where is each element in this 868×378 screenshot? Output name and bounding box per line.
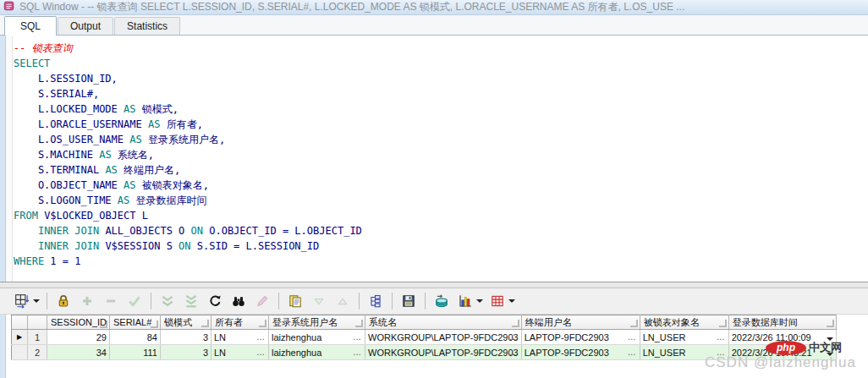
find-button[interactable]	[228, 291, 250, 311]
tab-bar: SQLOutputStatistics	[0, 15, 868, 36]
column-header-label: SERIAL#	[113, 317, 151, 327]
grid-cell[interactable]: …LN	[212, 330, 269, 345]
grid-cell[interactable]: 84	[110, 330, 161, 345]
grid-options-dropdown-icon[interactable]	[33, 299, 40, 303]
column-header[interactable]: 系统名	[365, 315, 522, 330]
toolbar-divider	[392, 293, 393, 310]
grid-cell-value: LN	[214, 332, 226, 342]
column-header[interactable]: SESSION_ID	[47, 315, 110, 330]
grid-cell[interactable]: …LN_USER	[640, 330, 728, 345]
move-down-icon	[311, 293, 327, 309]
code-line: S.SERIAL#,	[14, 86, 362, 101]
chart-dropdown-icon[interactable]	[476, 299, 483, 303]
chart-button[interactable]	[454, 291, 476, 311]
column-header[interactable]: SERIAL#	[110, 315, 161, 330]
column-header[interactable]: 被锁表对象名	[640, 315, 728, 330]
results-grid[interactable]: SESSION_IDSERIAL#锁模式所有者登录系统用户名系统名终端用户名被锁…	[11, 315, 837, 360]
lock-button[interactable]	[52, 291, 74, 311]
title-bar[interactable]: SQL Window - -- 锁表查询 SELECT L.SESSION_ID…	[0, 0, 868, 15]
browse-cell-button[interactable]: …	[628, 348, 637, 357]
grid-cell[interactable]: …LAPTOP-9FDC2903	[521, 330, 640, 345]
browse-cell-button[interactable]: …	[256, 332, 266, 342]
php-watermark: php 中文网	[766, 340, 842, 355]
browse-cell-button[interactable]: …	[353, 332, 362, 342]
column-header-label: 系统名	[369, 317, 397, 327]
export-grid-button[interactable]	[486, 291, 508, 311]
grid-cell-value: LN_USER	[643, 332, 686, 342]
sort-widget-icon[interactable]	[201, 320, 209, 327]
sort-widget-icon[interactable]	[259, 320, 266, 327]
toolbar-divider	[278, 293, 279, 310]
grid-cell-value: LAPTOP-9FDC2903	[525, 332, 609, 342]
fetch-all-icon	[184, 293, 199, 309]
grid-cell[interactable]: 34	[47, 345, 110, 360]
sort-widget-icon[interactable]	[719, 320, 727, 327]
refresh-button[interactable]	[204, 291, 226, 311]
grid-cell[interactable]: …laizhenghua	[269, 330, 365, 345]
fetch-next-icon	[160, 293, 175, 309]
browse-cell-button[interactable]: …	[628, 332, 637, 342]
grid-cell[interactable]: 29	[47, 330, 110, 345]
column-header[interactable]: 所有者	[212, 315, 269, 330]
code-line: L.OS_USER_NAME AS 登录系统用户名,	[14, 132, 362, 147]
copy-export-icon	[288, 293, 303, 309]
sql-editor[interactable]: -- 锁表查询SELECT L.SESSION_ID, S.SERIAL#, L…	[6, 36, 868, 282]
sort-widget-icon[interactable]	[151, 320, 158, 328]
tab-output[interactable]: Output	[58, 17, 113, 35]
move-up-button	[332, 291, 354, 311]
chart-icon	[458, 293, 473, 309]
record-view-button[interactable]	[365, 291, 387, 311]
code-line: L.LOCKED_MODE AS 锁模式,	[14, 101, 362, 117]
column-header[interactable]: 锁模式	[161, 315, 212, 330]
grid-cell[interactable]: …WORKGROUP\LAPTOP-9FDC2903	[365, 330, 522, 345]
results-toolbar	[0, 288, 868, 315]
column-header[interactable]: 终端用户名	[521, 315, 640, 330]
column-header[interactable]: 登录数据库时间	[728, 315, 836, 330]
browse-cell-button[interactable]: …	[256, 348, 266, 357]
column-header-label: 被锁表对象名	[644, 317, 700, 327]
grid-cell[interactable]: 111	[110, 345, 161, 360]
tab-sql[interactable]: SQL	[4, 16, 57, 36]
sort-widget-icon[interactable]	[355, 320, 363, 327]
remove-row-button	[100, 291, 122, 311]
grid-cell[interactable]: …WORKGROUP\LAPTOP-9FDC2903	[365, 345, 522, 360]
browse-cell-button[interactable]: …	[353, 348, 362, 357]
code-line: L.SESSION_ID,	[14, 71, 362, 86]
save-button[interactable]	[398, 291, 420, 311]
move-down-button	[308, 291, 330, 311]
grid-cell[interactable]: 3	[161, 330, 212, 345]
copy-export-button[interactable]	[284, 291, 306, 311]
grid-cell[interactable]: …LAPTOP-9FDC2903	[521, 345, 640, 360]
grid-cell[interactable]: 3	[161, 345, 212, 360]
sort-widget-icon[interactable]	[827, 320, 834, 327]
grid-cell-value: WORKGROUP\LAPTOP-9FDC2903	[368, 332, 519, 342]
sort-widget-icon[interactable]	[630, 320, 638, 327]
sort-widget-icon[interactable]	[512, 320, 519, 327]
code-line: S.TERMINAL AS 终端用户名,	[14, 162, 362, 178]
export-grid-dropdown-icon[interactable]	[508, 299, 515, 303]
grid-cell-value: 34	[96, 348, 107, 358]
browse-cell-button[interactable]: …	[717, 332, 726, 342]
column-header[interactable]: 登录系统用户名	[269, 315, 365, 330]
row-number-header	[28, 315, 47, 330]
grid-cell-value: 3	[203, 348, 208, 358]
tab-statistics[interactable]: Statistics	[114, 17, 180, 35]
toolbar-divider	[151, 293, 151, 310]
window-left-border	[0, 36, 6, 378]
grid-cell[interactable]: …laizhenghua	[269, 345, 365, 360]
lock-icon	[56, 293, 71, 309]
export-data-button[interactable]	[431, 291, 453, 311]
code-line: WHERE 1 = 1	[14, 254, 362, 269]
table-row[interactable]: ▶129843…LN…laizhenghua…WORKGROUP\LAPTOP-…	[12, 330, 837, 345]
window-title: SQL Window - -- 锁表查询 SELECT L.SESSION_ID…	[19, 0, 684, 14]
editor-gutter	[6, 36, 13, 282]
add-row-button	[76, 291, 98, 311]
code-line: -- 锁表查询	[14, 41, 362, 56]
record-view-icon	[368, 293, 383, 309]
column-header-label: 所有者	[215, 317, 243, 327]
grid-cell[interactable]: …LN	[212, 345, 269, 360]
splitter-handle[interactable]	[0, 282, 868, 288]
grid-options-button[interactable]	[11, 291, 33, 311]
export-data-icon	[434, 293, 449, 309]
code-line: INNER JOIN V$SESSION S ON S.SID = L.SESS…	[14, 238, 362, 254]
